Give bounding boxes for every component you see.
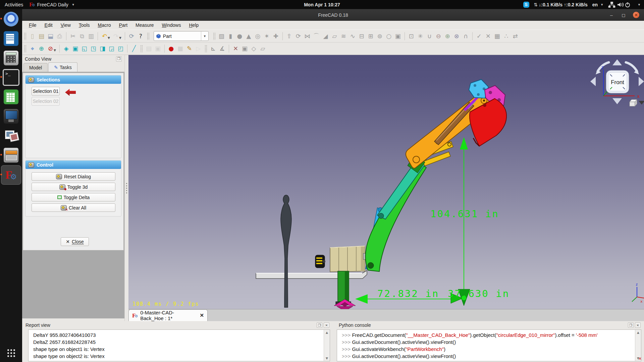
convert-to-solid-icon[interactable]: ⇄ (511, 32, 520, 41)
compound-icon[interactable]: ⊡ (407, 32, 416, 41)
keyboard-layout-indicator[interactable]: en▼ (592, 2, 603, 7)
control-header[interactable]: Control (25, 161, 121, 169)
dock-item-writer[interactable] (1, 29, 21, 48)
panel-close-icon[interactable]: ✕ (635, 322, 641, 328)
copy-icon[interactable]: ⧉ (77, 32, 87, 41)
macro-execute-icon[interactable]: ▷ (194, 44, 203, 53)
selection-01-button[interactable]: Selection 01 (32, 87, 60, 96)
skype-tray-icon[interactable]: S (523, 2, 529, 8)
view-axonometric-icon[interactable]: ◈ (62, 44, 71, 53)
navigation-cube[interactable]: z x Front (590, 59, 644, 106)
macro-edit-icon[interactable]: ✎ (185, 44, 194, 53)
window-titlebar[interactable]: FreeCAD 0.18 – ◻ ✕ (22, 9, 644, 21)
dock-item-media[interactable] (1, 107, 21, 126)
revolve-icon[interactable]: ⟳ (294, 32, 303, 41)
menu-windows[interactable]: Windows (158, 21, 185, 29)
toolbar-grip[interactable] (147, 33, 149, 40)
activities-button[interactable]: Activities (5, 2, 23, 7)
3d-viewport[interactable]: 104.631 in 72.832 in 37.630 in z x (128, 55, 644, 309)
dock-item-freecad[interactable]: F⚙ (1, 165, 21, 185)
panel-float-icon[interactable]: ❐ (628, 322, 634, 328)
report-scrollbar[interactable]: ▲ ▼ (324, 330, 330, 361)
offset-3d-icon[interactable]: ⊚ (375, 32, 384, 41)
chamfer-icon[interactable]: ◢ (321, 32, 330, 41)
connect-icon[interactable]: ∩ (461, 32, 470, 41)
toggle-3d-button[interactable]: ◆ Toggle 3d (32, 183, 115, 191)
measure-toggle-delta-icon[interactable]: ▱ (258, 44, 267, 53)
macro-stop-icon[interactable]: ■ (176, 44, 185, 53)
close-button[interactable]: ✕ (633, 12, 639, 18)
measure-toggle-3d-icon[interactable]: ◇ (249, 44, 258, 53)
cut-icon[interactable]: ✂ (68, 32, 77, 41)
thickness-icon[interactable]: ▣ (393, 32, 402, 41)
print-icon[interactable]: ⎙ (55, 32, 64, 41)
minimize-button[interactable]: – (609, 12, 614, 18)
extrude-icon[interactable]: ⇧ (285, 32, 294, 41)
paste-icon[interactable]: ▥ (87, 32, 96, 41)
navcube-menu-icon[interactable] (630, 100, 644, 106)
box-icon[interactable]: ▧ (217, 32, 226, 41)
dock-item-terminal[interactable] (1, 68, 21, 87)
create-primitives-icon[interactable]: ✶ (262, 32, 271, 41)
refresh-icon[interactable]: ⟳ (127, 32, 136, 41)
selection-02-button[interactable]: Selection 02 (32, 97, 60, 106)
dock-item-cabinet[interactable] (1, 146, 21, 165)
corner-close-icon[interactable]: ✕ (638, 356, 642, 361)
loft-icon[interactable]: ≋ (339, 32, 348, 41)
view-top-icon[interactable]: ◱ (80, 44, 89, 53)
fit-selection-icon[interactable]: ⊕ (37, 44, 46, 53)
dock-item-photos[interactable] (1, 126, 21, 145)
boolean-cut-icon[interactable]: ⊖ (434, 32, 443, 41)
show-applications-icon[interactable] (7, 349, 15, 357)
backhoe-model[interactable] (256, 79, 506, 309)
selections-header[interactable]: Selections (25, 75, 121, 84)
panel-splitter-horizontal[interactable] (333, 321, 335, 362)
check-geometry-icon[interactable]: ✓ (475, 32, 484, 41)
measure-angular-icon[interactable]: ∡ (218, 44, 227, 53)
menu-file[interactable]: File (25, 21, 41, 29)
ruled-surface-icon[interactable]: ▱ (330, 32, 339, 41)
boolean-union-icon[interactable]: ⊕ (443, 32, 452, 41)
explode-compound-icon[interactable]: ✳ (416, 32, 425, 41)
view-rear-icon[interactable]: ◨ (98, 44, 107, 53)
panel-splitter-vertical[interactable] (125, 55, 128, 321)
measure-linear-icon[interactable]: ⊾ (209, 44, 218, 53)
toolbar-grip[interactable] (205, 45, 207, 52)
clear-all-button[interactable]: ✕ Clear All (32, 203, 115, 212)
menu-help[interactable]: Help (185, 21, 203, 29)
menu-part[interactable]: Part (115, 21, 131, 29)
dock-item-calculator[interactable] (1, 49, 21, 67)
boolean-intersection-icon[interactable]: ⊗ (452, 32, 461, 41)
points-object-icon[interactable]: ∴ (502, 32, 511, 41)
sweep-icon[interactable]: ∿ (348, 32, 357, 41)
toolbar-grip[interactable] (140, 45, 143, 52)
chevron-down-icon[interactable]: ▼ (108, 36, 110, 40)
maximize-button[interactable]: ◻ (621, 12, 626, 18)
redo-icon[interactable]: ↷ (111, 32, 120, 41)
cone-icon[interactable]: ▲ (244, 32, 253, 41)
tab-model[interactable]: Model (23, 63, 48, 72)
menu-edit[interactable]: Edit (41, 21, 57, 29)
workbench-selector[interactable]: Part ▼ (154, 31, 209, 41)
defeaturing-icon[interactable]: ✕ (484, 32, 493, 41)
shape-from-mesh-icon[interactable]: ▦ (493, 32, 502, 41)
whats-this-icon[interactable]: ? (136, 32, 145, 41)
menu-tools[interactable]: Tools (75, 21, 94, 29)
measure-clear-all-icon[interactable]: ✕ (231, 44, 240, 53)
system-status-icons[interactable] (608, 2, 632, 8)
document-tab[interactable]: F⚙ 0-Master-CAD-Back_Hoe : 1* ✕ (128, 309, 208, 321)
net-speed-indicator[interactable]: ↓:0.1 KiB/s ↑:0.2 KiB/s (539, 2, 588, 7)
toolbar-grip[interactable] (24, 33, 26, 40)
cross-sections-icon[interactable]: ⊞ (366, 32, 375, 41)
report-view-content[interactable]: DeltaY 955.8027406410073DeltaZ 2657.6168… (28, 329, 330, 361)
toolbar-grip[interactable] (24, 45, 26, 52)
tab-tasks[interactable]: ✎ Tasks (48, 62, 77, 72)
torus-icon[interactable]: ◎ (253, 32, 262, 41)
menu-measure[interactable]: Measure (131, 21, 158, 29)
menu-view[interactable]: View (57, 21, 75, 29)
toggle-delta-button[interactable]: Toggle Delta (32, 193, 115, 201)
close-task-button[interactable]: ✕ Close (61, 237, 89, 246)
view-front-icon[interactable]: ▣ (71, 44, 80, 53)
macro-record-icon[interactable]: ● (167, 44, 176, 53)
panel-float-icon[interactable]: ❐ (317, 322, 322, 328)
